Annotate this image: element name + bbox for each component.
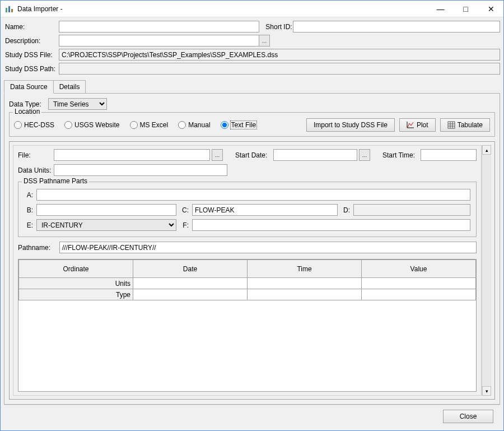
grid-row-type: Type	[19, 289, 476, 300]
app-icon	[5, 4, 14, 13]
part-e-select[interactable]: IR-CENTURY	[36, 219, 176, 231]
rowlabel-units: Units	[19, 278, 133, 289]
svg-rect-2	[11, 9, 13, 12]
scroll-down-icon[interactable]: ▾	[482, 386, 491, 396]
radio-manual[interactable]: Manual	[178, 121, 210, 129]
grid-empty-area	[18, 300, 476, 391]
radio-hecdss[interactable]: HEC-DSS	[14, 121, 54, 129]
part-a-label: A:	[24, 191, 33, 199]
dataunits-label: Data Units:	[18, 166, 52, 174]
description-label: Description:	[4, 37, 59, 45]
part-e-label: E:	[24, 221, 33, 229]
close-button[interactable]: Close	[443, 410, 493, 423]
grid-header-row: Ordinate Date Time Value	[19, 260, 476, 278]
dataunits-input[interactable]	[54, 164, 227, 176]
cell-type-time[interactable]	[248, 289, 362, 300]
studydssfile-input	[59, 49, 500, 61]
col-ordinate[interactable]: Ordinate	[19, 260, 133, 278]
col-time[interactable]: Time	[248, 260, 362, 278]
rowlabel-type: Type	[19, 289, 133, 300]
part-c-label: C:	[180, 206, 189, 214]
starttime-input[interactable]	[421, 149, 477, 161]
radio-usgs[interactable]: USGS Website	[64, 121, 119, 129]
data-grid: Ordinate Date Time Value Units	[18, 259, 477, 392]
maximize-button[interactable]: □	[453, 1, 478, 17]
plot-button[interactable]: Plot	[399, 118, 436, 132]
tabulate-button[interactable]: Tabulate	[440, 118, 490, 132]
tabpane-data-source: Data Type: Time Series Location HEC-DSS …	[4, 93, 500, 405]
starttime-label: Start Time:	[382, 151, 418, 159]
studydsspath-label: Study DSS Path:	[4, 65, 59, 73]
part-b-label: B:	[24, 206, 33, 214]
description-browse-button[interactable]: …	[259, 35, 270, 47]
tab-details[interactable]: Details	[53, 80, 86, 94]
cell-type-date[interactable]	[133, 289, 248, 300]
location-fieldset: Location HEC-DSS USGS Website MS Excel M…	[9, 112, 495, 137]
cell-type-value[interactable]	[362, 289, 476, 300]
part-d-label: D:	[341, 206, 350, 214]
grid-row-units: Units	[19, 278, 476, 289]
startdate-label: Start Date:	[235, 151, 271, 159]
scroll-up-icon[interactable]: ▴	[482, 145, 491, 155]
col-value[interactable]: Value	[362, 260, 476, 278]
radio-textfile[interactable]: Text File	[221, 121, 257, 129]
minimize-button[interactable]: ―	[428, 1, 453, 17]
startdate-browse-button[interactable]: …	[359, 149, 370, 161]
col-date[interactable]: Date	[133, 260, 248, 278]
name-input[interactable]	[59, 21, 259, 33]
footer: Close	[4, 405, 500, 427]
part-d-input	[353, 204, 470, 216]
file-browse-button[interactable]: …	[212, 149, 223, 161]
pathname-label: Pathname:	[18, 244, 55, 252]
name-label: Name:	[4, 23, 59, 31]
datatype-select[interactable]: Time Series	[48, 98, 107, 110]
cell-units-value[interactable]	[362, 278, 476, 289]
file-label: File:	[18, 151, 52, 159]
svg-rect-3	[448, 122, 455, 128]
plot-icon	[407, 121, 414, 129]
radio-msexcel[interactable]: MS Excel	[130, 121, 169, 129]
studydssfile-label: Study DSS File:	[4, 51, 59, 59]
description-input[interactable]	[59, 35, 259, 47]
svg-rect-0	[6, 8, 7, 12]
cell-units-date[interactable]	[133, 278, 248, 289]
file-input[interactable]	[54, 149, 210, 161]
titlebar: Data Importer - ― □ ✕	[1, 1, 503, 17]
shortid-label: Short ID:	[259, 23, 293, 31]
tabstrip: Data Source Details	[4, 80, 500, 94]
tab-data-source[interactable]: Data Source	[4, 80, 54, 94]
part-f-label: F:	[180, 221, 189, 229]
part-f-input[interactable]	[192, 219, 470, 231]
vertical-scrollbar[interactable]: ▴ ▾	[482, 145, 491, 396]
tabulate-icon	[447, 121, 455, 129]
part-c-input[interactable]	[192, 204, 338, 216]
import-button[interactable]: Import to Study DSS File	[306, 118, 395, 132]
window-title: Data Importer -	[17, 5, 428, 13]
studydsspath-input	[59, 63, 500, 75]
part-b-input[interactable]	[36, 204, 176, 216]
svg-rect-1	[8, 6, 10, 12]
cell-units-time[interactable]	[248, 278, 362, 289]
shortid-input[interactable]	[293, 21, 500, 33]
startdate-input[interactable]	[273, 149, 357, 161]
close-window-button[interactable]: ✕	[478, 1, 503, 17]
location-legend: Location	[13, 108, 41, 115]
pathname-input[interactable]	[59, 242, 477, 253]
dss-parts-fieldset: DSS Pathname Parts A: B: C: D: E:	[18, 182, 477, 237]
part-a-input[interactable]	[36, 189, 470, 201]
dss-parts-legend: DSS Pathname Parts	[22, 177, 89, 185]
datatype-label: Data Type:	[9, 100, 48, 108]
